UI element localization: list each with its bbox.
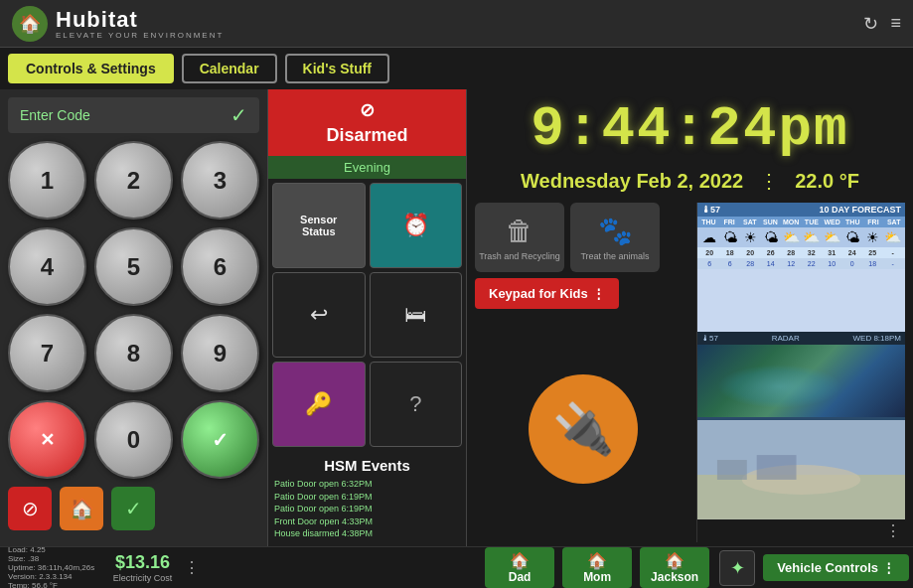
weather-highs-row: 20 18 20 26 28 32 31 24 25 - bbox=[697, 247, 905, 258]
svg-rect-3 bbox=[717, 460, 747, 480]
key-1[interactable]: 1 bbox=[8, 141, 86, 220]
hsm-mode-label: Evening bbox=[268, 156, 466, 179]
logo-icon: 🏠 bbox=[12, 6, 48, 42]
key-5[interactable]: 5 bbox=[94, 227, 173, 306]
tab-kids-stuff[interactable]: Kid's Stuff bbox=[285, 54, 389, 83]
weather-title-bar: 🌡57 10 DAY FORECAST bbox=[697, 203, 905, 217]
menu-icon[interactable]: ≡ bbox=[890, 13, 901, 35]
key-7[interactable]: 7 bbox=[8, 314, 86, 392]
hsm-key-btn[interactable]: 🔑 bbox=[272, 362, 366, 447]
weather-icon-0: ☁ bbox=[699, 229, 720, 245]
weather-more-icon[interactable]: ⋮ bbox=[885, 522, 901, 539]
tab-calendar[interactable]: Calendar bbox=[182, 54, 277, 83]
home-button[interactable]: 🏠 bbox=[60, 487, 103, 530]
weather-more[interactable]: ⋮ bbox=[697, 519, 905, 542]
mom-icon: 🏠 bbox=[587, 551, 607, 570]
pet-label: Treat the animals bbox=[580, 251, 649, 261]
radar-map bbox=[697, 345, 905, 417]
weather-lows-row: 6 6 28 14 12 22 10 0 18 - bbox=[697, 258, 905, 269]
tab-controls-settings[interactable]: Controls & Settings bbox=[8, 54, 174, 83]
hsm-sleep-btn[interactable]: 🛏 bbox=[370, 272, 463, 358]
refresh-icon[interactable]: ↻ bbox=[863, 13, 878, 35]
electricity-more-icon[interactable]: ⋮ bbox=[184, 558, 200, 577]
hsm-event-1: Patio Door open 6:32PM bbox=[274, 478, 460, 491]
system-version: Version: 2.3.3.134 bbox=[8, 572, 99, 581]
weather-high-2: 20 bbox=[740, 249, 761, 256]
plugin-widget[interactable]: 🔌 bbox=[529, 374, 638, 484]
key-8[interactable]: 8 bbox=[94, 314, 173, 392]
weather-high-7: 24 bbox=[842, 249, 863, 256]
key-2[interactable]: 2 bbox=[94, 141, 173, 220]
date-display: Wednesday Feb 2, 2022 bbox=[521, 170, 743, 193]
logo-name: Hubitat bbox=[56, 7, 224, 33]
weather-low-8: 18 bbox=[862, 260, 883, 267]
hsm-sensor-status-btn[interactable]: SensorStatus bbox=[272, 183, 366, 268]
hsm-alarm-btn[interactable]: ⏰ bbox=[370, 183, 463, 268]
trash-icon: 🗑 bbox=[506, 215, 533, 247]
key-0[interactable]: 0 bbox=[94, 400, 173, 479]
system-load: Load: 4.25 bbox=[8, 545, 99, 554]
weather-low-5: 22 bbox=[802, 260, 823, 267]
paw-icon: 🐾 bbox=[598, 215, 633, 247]
weather-day-1: FRI bbox=[720, 219, 739, 225]
weather-radar: 🌡57 RADAR WED 8:18PM bbox=[697, 332, 905, 420]
weather-day-2: SAT bbox=[740, 219, 759, 225]
keypad-kids-menu-icon: ⋮ bbox=[592, 286, 605, 301]
weather-icon-9: ⛅ bbox=[883, 229, 904, 245]
weather-forecast: 🌡57 10 DAY FORECAST THU FRI SAT SUN MON … bbox=[697, 203, 905, 332]
svg-rect-4 bbox=[757, 455, 797, 480]
weather-icon-1: 🌤 bbox=[720, 229, 741, 245]
key-enter[interactable]: ✓ bbox=[181, 400, 259, 479]
clock-area: 9:44:24pm bbox=[467, 89, 913, 169]
radar-overlay bbox=[717, 365, 841, 408]
weather-cam bbox=[697, 420, 905, 519]
person-mom-btn[interactable]: 🏠 Mom bbox=[562, 547, 632, 588]
weather-high-0: 20 bbox=[699, 249, 720, 256]
weather-high-3: 26 bbox=[761, 249, 782, 256]
arm-button[interactable]: ✓ bbox=[111, 487, 155, 530]
weather-day-4: MON bbox=[782, 219, 801, 225]
right-panel: 9:44:24pm Wednesday Feb 2, 2022 ⋮ 22.0 °… bbox=[467, 89, 913, 546]
trash-widget[interactable]: 🗑 Trash and Recycling bbox=[475, 203, 564, 272]
hsm-help-btn[interactable]: ? bbox=[370, 362, 463, 447]
weather-icons-row: ☁ 🌤 ☀ 🌤 ⛅ ⛅ ⛅ 🌤 ☀ ⛅ bbox=[697, 227, 905, 247]
disarm-button[interactable]: ⊘ bbox=[8, 487, 52, 530]
keypad-enter-code-label: Enter Code bbox=[20, 107, 90, 123]
clock-display: 9:44:24pm bbox=[531, 97, 848, 161]
jackson-label: Jackson bbox=[651, 570, 698, 584]
key-cancel[interactable]: ✕ bbox=[8, 400, 86, 479]
weather-high-4: 28 bbox=[781, 249, 802, 256]
date-temp-row: Wednesday Feb 2, 2022 ⋮ 22.0 °F bbox=[467, 169, 913, 199]
weather-low-0: 6 bbox=[699, 260, 720, 267]
weather-icon-7: 🌤 bbox=[842, 229, 863, 245]
hsm-panel: ⊘ Disarmed Evening SensorStatus ⏰ ↩ 🛏 🔑 … bbox=[268, 89, 467, 546]
weather-low-6: 10 bbox=[822, 260, 842, 267]
weather-icon-8: ☀ bbox=[862, 229, 883, 245]
weather-day-5: TUE bbox=[803, 219, 822, 225]
keypad-header: Enter Code ✓ bbox=[8, 97, 259, 133]
radar-title: 🌡57 RADAR WED 8:18PM bbox=[697, 332, 905, 345]
key-3[interactable]: 3 bbox=[181, 141, 259, 220]
electricity-cost-label: Electricity Cost bbox=[113, 573, 173, 583]
dad-icon: 🏠 bbox=[510, 551, 530, 570]
keypad-for-kids-btn[interactable]: Keypad for Kids ⋮ bbox=[475, 278, 619, 309]
key-6[interactable]: 6 bbox=[181, 227, 259, 306]
header: 🏠 Hubitat ELEVATE YOUR ENVIRONMENT ↻ ≡ bbox=[0, 0, 913, 48]
pet-widget[interactable]: 🐾 Treat the animals bbox=[570, 203, 660, 272]
vehicle-controls-btn[interactable]: Vehicle Controls ⋮ bbox=[763, 554, 909, 581]
key-4[interactable]: 4 bbox=[8, 227, 86, 306]
weather-panel: 🌡57 10 DAY FORECAST THU FRI SAT SUN MON … bbox=[696, 203, 905, 542]
key-9[interactable]: 9 bbox=[181, 314, 259, 392]
person-dad-btn[interactable]: 🏠 Dad bbox=[485, 547, 554, 588]
weather-icon-4: ⛅ bbox=[781, 229, 802, 245]
sparks-btn[interactable]: ✦ bbox=[719, 550, 755, 586]
hsm-disarmed-status[interactable]: ⊘ Disarmed bbox=[268, 89, 466, 156]
system-temp: Temp: 56.6 °F bbox=[8, 581, 99, 588]
hsm-events: HSM Events Patio Door open 6:32PM Patio … bbox=[268, 451, 466, 546]
weather-low-9: - bbox=[883, 260, 904, 267]
hsm-history-btn[interactable]: ↩ bbox=[272, 272, 366, 358]
weather-day-7: THU bbox=[843, 219, 862, 225]
keypad-kids-label: Keypad for Kids bbox=[489, 286, 588, 301]
widget-row-top: 🗑 Trash and Recycling 🐾 Treat the animal… bbox=[475, 203, 690, 272]
person-jackson-btn[interactable]: 🏠 Jackson bbox=[640, 547, 709, 588]
